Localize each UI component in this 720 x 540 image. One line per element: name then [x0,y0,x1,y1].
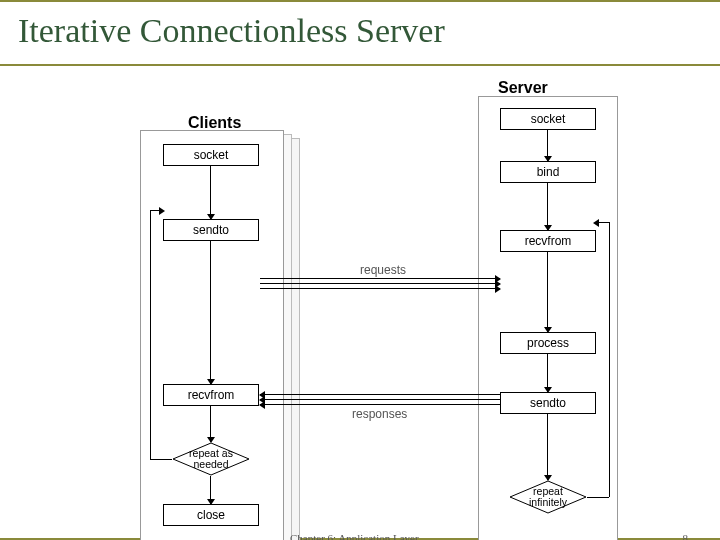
server-header: Server [498,79,548,97]
client-close-box: close [163,504,259,526]
arrow-down-icon [210,476,211,504]
responses-arrows [260,394,500,406]
server-socket-box: socket [500,108,596,130]
title-bar: Iterative Connectionless Server [0,2,720,66]
footer-chapter: Chapter 6: Application Layer [290,532,419,540]
arrow-down-icon [547,183,548,230]
arrow-down-icon [547,252,548,332]
requests-arrows [260,278,500,290]
arrow-down-icon [210,241,211,384]
server-loop-segment [609,222,610,497]
client-stack-front [140,130,284,540]
client-socket-box: socket [163,144,259,166]
footer-page: 8 [683,532,689,540]
arrow-right-icon [159,207,165,215]
server-diamond-line2: infinitely [529,496,567,508]
server-bind-box: bind [500,161,596,183]
client-diamond-line2: needed [193,458,228,470]
arrow-down-icon [210,166,211,219]
server-recvfrom-box: recvfrom [500,230,596,252]
client-loop-segment [150,459,172,460]
client-repeat-diamond: repeat as needed [172,442,250,476]
slide-title: Iterative Connectionless Server [18,12,702,50]
server-process-box: process [500,332,596,354]
arrow-down-icon [210,406,211,442]
client-sendto-box: sendto [163,219,259,241]
client-recvfrom-box: recvfrom [163,384,259,406]
server-sendto-box: sendto [500,392,596,414]
slide: Iterative Connectionless Server Clients … [0,0,720,540]
client-loop-segment [150,210,151,459]
arrow-down-icon [547,354,548,392]
responses-label: responses [352,407,407,421]
diagram: Clients Server socket sendto recvfrom cl… [110,82,630,502]
arrow-left-icon [593,219,599,227]
server-repeat-diamond: repeat infinitely [509,480,587,514]
requests-label: requests [360,263,406,277]
arrow-down-icon [547,130,548,161]
arrow-down-icon [547,414,548,480]
server-loop-segment [587,497,609,498]
